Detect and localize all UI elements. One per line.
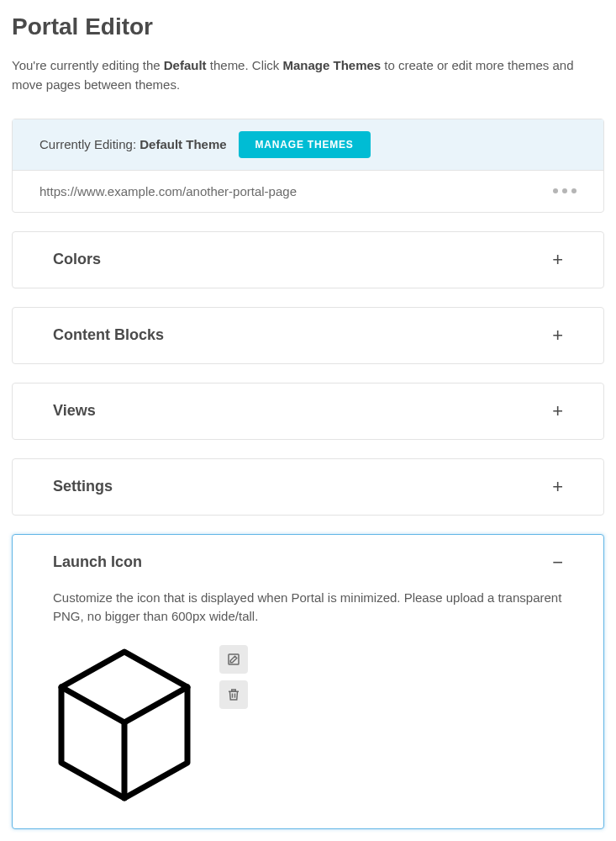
accordion-launch-icon: Launch Icon − Customize the icon that is… (12, 534, 604, 829)
editing-label: Currently Editing: Default Theme (39, 137, 227, 151)
accordion-colors: Colors + (12, 231, 604, 288)
accordion-launch-icon-header[interactable]: Launch Icon − (13, 535, 603, 590)
url-row: https://www.example.com/another-portal-p… (13, 171, 603, 212)
editing-theme-name: Default Theme (140, 137, 226, 151)
accordion-settings-header[interactable]: Settings + (13, 459, 603, 515)
accordion-content-blocks-title: Content Blocks (53, 326, 164, 344)
expand-icon: + (552, 478, 563, 496)
launch-icon-row (53, 645, 563, 805)
expand-icon: + (552, 251, 563, 269)
accordion-settings-title: Settings (53, 478, 113, 495)
page-title: Portal Editor (12, 13, 604, 40)
accordion-colors-header[interactable]: Colors + (13, 232, 603, 288)
edit-icon-button[interactable] (219, 645, 248, 674)
accordion-views-title: Views (53, 402, 96, 420)
edit-icon (226, 652, 241, 667)
intro-part2: theme. Click (207, 58, 283, 72)
editing-header: Currently Editing: Default Theme MANAGE … (13, 119, 603, 171)
editing-panel: Currently Editing: Default Theme MANAGE … (12, 119, 604, 213)
intro-manage-themes: Manage Themes (282, 58, 381, 72)
expand-icon: + (552, 402, 563, 420)
intro-text: You're currently editing the Default the… (12, 56, 604, 95)
expand-icon: + (552, 326, 563, 345)
manage-themes-button[interactable]: MANAGE THEMES (239, 131, 371, 158)
accordion-views: Views + (12, 383, 604, 440)
launch-icon-description: Customize the icon that is displayed whe… (53, 589, 563, 627)
accordion-settings: Settings + (12, 458, 604, 516)
accordion-launch-icon-body: Customize the icon that is displayed whe… (13, 589, 603, 828)
more-menu-icon[interactable] (553, 188, 577, 193)
intro-part1: You're currently editing the (12, 58, 164, 72)
delete-icon-button[interactable] (219, 680, 248, 709)
trash-icon (226, 687, 241, 702)
collapse-icon: − (552, 553, 563, 572)
launch-icon-actions (219, 645, 248, 709)
launch-icon-preview (53, 645, 196, 805)
editing-prefix: Currently Editing: (39, 137, 140, 151)
accordion-launch-icon-title: Launch Icon (53, 553, 142, 571)
accordion-views-header[interactable]: Views + (13, 383, 603, 439)
intro-theme-name: Default (164, 58, 207, 72)
accordion-content-blocks-header[interactable]: Content Blocks + (13, 308, 603, 363)
page-url: https://www.example.com/another-portal-p… (39, 184, 297, 198)
cube-icon (53, 645, 196, 805)
accordion-colors-title: Colors (53, 251, 101, 268)
accordion-content-blocks: Content Blocks + (12, 307, 604, 364)
